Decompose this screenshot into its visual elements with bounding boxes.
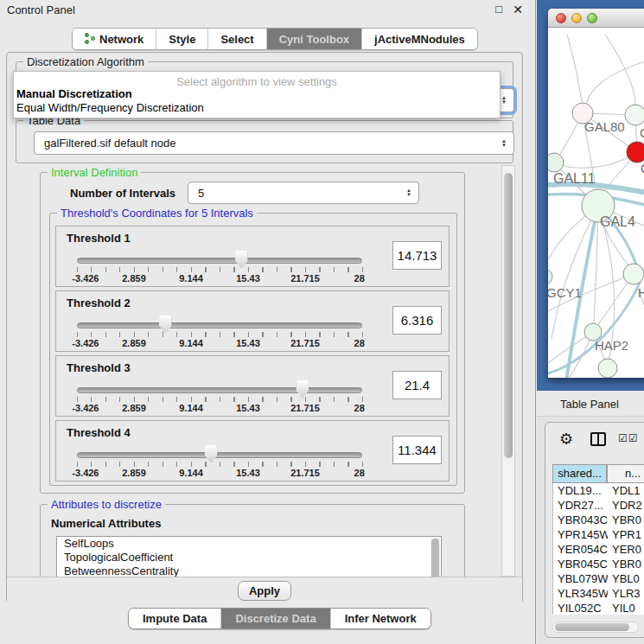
split-view-icon[interactable]	[590, 432, 606, 446]
list-item[interactable]: SelfLoops	[57, 537, 441, 551]
select-columns-icon[interactable]: ☑☑	[618, 432, 639, 444]
node-label-gcy1: GCY1	[548, 285, 582, 300]
node-top-right[interactable]	[625, 105, 644, 125]
threshold-4-label: Threshold 4	[67, 426, 131, 439]
slider-ticks	[77, 462, 363, 467]
node-h[interactable]	[623, 264, 644, 284]
zoom-traffic-light-icon[interactable]	[587, 13, 597, 23]
threshold-1-slider-track[interactable]	[77, 258, 362, 264]
table-row[interactable]: YIL052CYIL0	[553, 601, 644, 615]
slider-ticks	[77, 397, 363, 402]
algorithm-option-manual[interactable]: Manual Discretization	[14, 87, 500, 101]
node-label-hap2: HAP2	[595, 338, 628, 353]
tab-infer-network[interactable]: Infer Network	[331, 609, 430, 628]
apply-bar: Apply	[7, 577, 522, 603]
node-gcy1[interactable]	[548, 269, 552, 284]
close-traffic-light-icon[interactable]	[556, 13, 566, 23]
threshold-1-slider-handle[interactable]	[235, 251, 248, 269]
float-window-icon[interactable]: □	[495, 3, 502, 16]
column-header-shared-name[interactable]: shared...	[552, 464, 607, 483]
attributes-group: Attributes to discretize Numerical Attri…	[40, 504, 465, 577]
table-horizontal-scrollbar[interactable]	[552, 622, 639, 633]
tab-style[interactable]: Style	[156, 29, 208, 49]
settings-vertical-scrollbar[interactable]	[501, 165, 515, 577]
cyni-toolbox-panel: Discretization Algorithm ▲▼ Select algor…	[6, 52, 523, 603]
gear-icon[interactable]: ⚙	[559, 430, 573, 449]
node-label-gal11: GAL11	[553, 171, 596, 186]
table-row[interactable]: YBR045CYBR0	[553, 557, 644, 571]
apply-button[interactable]: Apply	[238, 581, 291, 601]
number-of-intervals-combobox[interactable]: 5 ▲▼	[188, 182, 419, 204]
minimize-traffic-light-icon[interactable]	[571, 13, 582, 23]
node-red-selected[interactable]	[627, 142, 644, 163]
table-panel-region: Table Panel ⚙ ☑☑ shared... n... YDL19...…	[537, 391, 644, 644]
table-row[interactable]: YDL19...YDL1	[553, 483, 644, 498]
network-canvas[interactable]: GAL80 GA C GAL11 GAL4 GCY1 H HAP2	[548, 28, 644, 378]
window-title: Control Panel	[7, 3, 75, 16]
algorithm-option-equal-width[interactable]: Equal Width/Frequency Discretization	[14, 101, 500, 115]
tab-jactivemnodules[interactable]: jActiveMNodules	[362, 29, 477, 49]
table-panel-titlebar: Table Panel	[537, 391, 644, 417]
threshold-2-label: Threshold 2	[67, 296, 131, 309]
tab-select-label: Select	[220, 33, 253, 46]
combo-stepper-icon: ▲▼	[494, 139, 513, 148]
numerical-attributes-list[interactable]: SelfLoops TopologicalCoefficient Between…	[56, 536, 442, 577]
network-icon	[85, 33, 95, 45]
threshold-2-value-field[interactable]: 6.316	[392, 306, 442, 335]
list-scrollbar[interactable]	[430, 538, 440, 577]
slider-scale: -3.4262.859 9.14415.43 21.71528	[77, 273, 362, 284]
numerical-attributes-label: Numerical Attributes	[51, 517, 161, 530]
column-header-name[interactable]: n...	[607, 464, 644, 483]
threshold-1-value-field[interactable]: 14.713	[392, 241, 442, 270]
tab-network[interactable]: Network	[73, 29, 156, 49]
table-row[interactable]: YER054CYER0	[553, 542, 644, 557]
tab-select[interactable]: Select	[208, 29, 266, 49]
threshold-3-label: Threshold 3	[67, 361, 131, 374]
table-row[interactable]: YLR345WYLR3	[553, 586, 644, 601]
slider-scale: -3.4262.859 9.14415.43 21.71528	[77, 468, 362, 478]
tab-jactivemnodules-label: jActiveMNodules	[374, 33, 465, 46]
network-window-titlebar[interactable]	[548, 9, 644, 28]
threshold-4-value-field[interactable]: 11.344	[392, 436, 442, 464]
threshold-2-slider-handle[interactable]	[159, 316, 172, 334]
discretization-algorithm-group-title: Discretization Algorithm	[23, 55, 148, 68]
threshold-3-slider-handle[interactable]	[296, 380, 309, 399]
node-label-c: C	[641, 161, 644, 175]
threshold-4-slider-track[interactable]	[77, 452, 362, 458]
table-row[interactable]: YBL079WYBL0	[553, 571, 644, 586]
threshold-3-slider-track[interactable]	[77, 387, 362, 393]
screenshot-root: Control Panel □ ✕ Network Style Select C…	[0, 0, 644, 644]
tab-cyni-toolbox-label: Cyni Toolbox	[279, 33, 349, 46]
control-panel-window: Control Panel □ ✕ Network Style Select C…	[0, 0, 536, 644]
node-gal11[interactable]	[548, 153, 564, 172]
table-row[interactable]: YBR043CYBR0	[553, 513, 644, 527]
list-item[interactable]: BetweennessCentrality	[57, 564, 441, 577]
table-row[interactable]: YPR145WYPR1	[553, 527, 644, 542]
table-row[interactable]: YDR27...YDR2	[553, 498, 644, 513]
algorithm-popup-hint: Select algorithm to view settings	[14, 72, 500, 87]
threshold-1-label: Threshold 1	[67, 232, 131, 245]
node-label-gal4: GAL4	[600, 214, 635, 229]
threshold-1-panel: Threshold 1 -3.4262.859 9.14415.43 21.71…	[55, 226, 450, 287]
list-item[interactable]: TopologicalCoefficient	[57, 551, 441, 564]
thresholds-group-title: Threshold's Coordinates for 5 Intervals	[57, 207, 257, 220]
tab-impute-data[interactable]: Impute Data	[129, 609, 221, 628]
interval-definition-group-title: Interval Definition	[48, 166, 141, 179]
threshold-4-slider-handle[interactable]	[205, 445, 218, 463]
scrollbar-thumb[interactable]	[504, 173, 513, 458]
control-panel-titlebar: Control Panel □ ✕	[0, 0, 535, 21]
threshold-3-value-field[interactable]: 21.4	[392, 371, 442, 399]
threshold-4-panel: Threshold 4 -3.4262.859 9.14415.43 21.71…	[55, 420, 450, 481]
table-rows: YDL19...YDL1 YDR27...YDR2 YBR043CYBR0 YP…	[552, 483, 644, 615]
scrollbar-thumb[interactable]	[555, 623, 629, 631]
threshold-2-slider-track[interactable]	[77, 322, 362, 328]
node-bottom[interactable]	[598, 359, 617, 378]
slider-scale: -3.4262.859 9.14415.43 21.71528	[77, 403, 362, 413]
close-icon[interactable]: ✕	[513, 3, 523, 16]
network-view-window: GAL80 GA C GAL11 GAL4 GCY1 H HAP2	[548, 9, 644, 378]
top-tabbar: Network Style Select Cyni Toolbox jActiv…	[72, 28, 478, 50]
tab-discretize-data[interactable]: Discretize Data	[221, 609, 330, 628]
tab-cyni-toolbox[interactable]: Cyni Toolbox	[267, 29, 362, 49]
table-panel: ⚙ ☑☑ shared... n... YDL19...YDL1 YDR27..…	[545, 422, 644, 638]
table-data-combobox[interactable]: galFiltered.sif default node ▲▼	[34, 131, 514, 155]
